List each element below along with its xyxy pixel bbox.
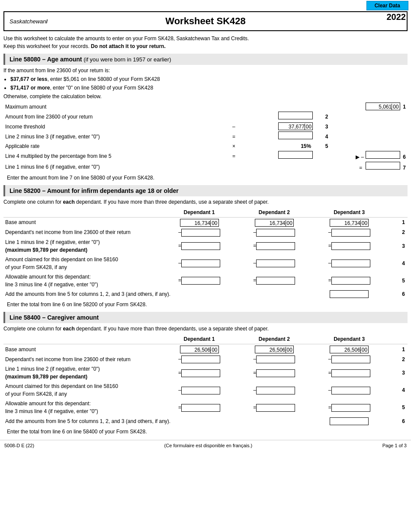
table-row: Amount from line 23600 of your return 2 [3, 111, 408, 122]
58400-row5-label: Allowable amount for this dependant:line… [3, 399, 162, 416]
58400-dep1-r1[interactable]: 26,50600 [180, 346, 219, 353]
58400-total[interactable] [330, 417, 369, 425]
58200-dep3-r4[interactable] [331, 260, 370, 267]
58200-dep3-r1[interactable]: 16,73400 [330, 219, 369, 227]
row2-input[interactable] [278, 112, 313, 119]
table-row: Line 1 minus line 2 (if negative, enter … [3, 237, 408, 255]
dep2-header: Dependant 2 [237, 334, 311, 344]
58400-dep2-r4[interactable] [256, 387, 295, 394]
row6-input[interactable] [278, 151, 313, 159]
58200-dep1-r2[interactable] [181, 229, 220, 237]
table-row: Allowable amount for this dependant:line… [3, 272, 408, 289]
table-row: Amount claimed for this dependant on lin… [3, 381, 408, 399]
line58200-header: Line 58200 – Amount for infirm dependant… [3, 185, 408, 196]
row1-label: Maximum amount [3, 102, 226, 111]
line58200-desc: Complete one column for each dependant. … [3, 198, 408, 206]
form-code: 5008-D E (22) [4, 443, 34, 448]
line58400-desc: Complete one column for each dependant. … [3, 325, 408, 333]
dep2-header: Dependant 2 [237, 208, 311, 218]
58200-row1-label: Base amount [3, 218, 162, 228]
58400-dep3-r5[interactable] [331, 404, 370, 412]
row6-result[interactable] [366, 151, 400, 159]
58400-dep2-r2[interactable] [256, 356, 295, 363]
58400-dep3-r4[interactable] [331, 387, 370, 394]
row2-label: Amount from line 23600 of your return [3, 111, 226, 122]
line58400-footer: Enter the total from line 6 on line 5840… [7, 428, 404, 436]
58400-dep2-r5[interactable] [256, 404, 295, 412]
row3-label: Income threshold [3, 122, 226, 131]
58200-dep3-r3[interactable] [331, 242, 370, 250]
dep-header-row: Dependant 1 Dependant 2 Dependant 3 [3, 208, 408, 218]
58200-dep1-r5[interactable] [181, 277, 220, 285]
58400-dep1-r2[interactable] [181, 356, 220, 363]
table-row: Amount claimed for this dependant on lin… [3, 255, 408, 272]
58400-row3-label: Line 1 minus line 2 (if negative, enter … [3, 364, 162, 381]
58200-dep1-r4[interactable] [181, 260, 220, 267]
line58200-table: Dependant 1 Dependant 2 Dependant 3 Base… [3, 208, 408, 299]
58200-dep3-r2[interactable] [331, 229, 370, 237]
58200-dep1-r1[interactable]: 16,73400 [180, 219, 219, 227]
sk-logo: Saskatchewan/ [10, 18, 48, 25]
58400-dep1-r3[interactable] [181, 369, 220, 377]
58200-total[interactable] [330, 290, 369, 298]
58400-row4-label: Amount claimed for this dependant on lin… [3, 381, 162, 399]
row4-label: Line 2 minus line 3 (if negative, enter … [3, 131, 226, 142]
clear-data-button[interactable]: Clear Data [366, 1, 408, 10]
line58080-header: Line 58080 – Age amount (if you were bor… [3, 54, 408, 65]
58200-dep2-r1[interactable]: 16,73400 [255, 219, 294, 227]
58400-dep3-r2[interactable] [331, 356, 370, 363]
row6-arrow: ▶ – [356, 154, 364, 160]
french-notice: (Ce formulaire est disponible en françai… [164, 443, 253, 448]
table-row: Dependant's net income from line 23600 o… [3, 354, 408, 364]
row4-input[interactable] [278, 131, 313, 139]
table-row: Maximum amount 5,06100 1 [3, 102, 408, 111]
dep3-header: Dependant 3 [312, 208, 387, 218]
58200-row3-label: Line 1 minus line 2 (if negative, enter … [3, 237, 162, 255]
dep-header-label [3, 208, 162, 218]
row3-value[interactable]: 37,67700 [278, 122, 313, 130]
line58400-table: Dependant 1 Dependant 2 Dependant 3 Base… [3, 334, 408, 426]
row7-result[interactable] [366, 162, 400, 170]
table-row: Line 2 minus line 3 (if negative, enter … [3, 131, 408, 142]
table-row: Line 1 minus line 2 (if negative, enter … [3, 364, 408, 381]
58400-dep3-r3[interactable] [331, 369, 370, 377]
row5-label: Applicable rate [3, 142, 226, 151]
58200-dep2-r3[interactable] [256, 242, 295, 250]
dep-header-label [3, 334, 162, 344]
58400-dep1-r4[interactable] [181, 387, 220, 394]
58200-dep3-r5[interactable] [331, 277, 370, 285]
worksheet-title: Worksheet SK428 [165, 16, 245, 27]
58200-row6-label: Add the amounts from line 5 for columns … [3, 289, 312, 299]
line58200-body: Complete one column for each dependant. … [3, 198, 408, 308]
line58080-footer: Enter the amount from line 7 on line 580… [7, 174, 404, 182]
page-footer: 5008-D E (22) (Ce formulaire est disponi… [0, 440, 411, 450]
top-bar: Clear Data [0, 0, 411, 11]
58200-row4-label: Amount claimed for this dependant on lin… [3, 255, 162, 272]
58200-dep1-r3[interactable] [181, 242, 220, 250]
58400-row6-label: Add the amounts from line 5 for columns … [3, 416, 312, 426]
table-row: Line 4 multiplied by the percentage from… [3, 151, 408, 161]
58200-row5-label: Allowable amount for this dependant:line… [3, 272, 162, 289]
row1-value[interactable]: 5,06100 [366, 103, 400, 110]
dep1-header: Dependant 1 [162, 208, 237, 218]
line58400-body: Complete one column for each dependant. … [3, 325, 408, 435]
58400-dep2-r1[interactable]: 26,50600 [255, 346, 294, 353]
58400-dep3-r1[interactable]: 26,50600 [330, 346, 369, 353]
table-row: Dependant's net income from line 23600 o… [3, 228, 408, 237]
dep-header-row: Dependant 1 Dependant 2 Dependant 3 [3, 334, 408, 344]
dep1-header: Dependant 1 [162, 334, 237, 344]
58200-dep2-r5[interactable] [256, 277, 295, 285]
line58200-footer: Enter the total from line 6 on line 5820… [7, 301, 404, 308]
page-number: Page 1 of 3 [382, 443, 407, 448]
header-section: Saskatchewan/ Worksheet SK428 [3, 11, 408, 31]
58200-dep2-r2[interactable] [256, 229, 295, 237]
58200-row2-label: Dependant's net income from line 23600 o… [3, 228, 162, 237]
intro-line2: Keep this worksheet for your records. Do… [3, 42, 408, 50]
58400-dep1-r5[interactable] [181, 404, 220, 412]
dep3-header: Dependant 3 [312, 334, 387, 344]
line58080-otherwise: Otherwise, complete the calculation belo… [3, 93, 408, 100]
table-row: Add the amounts from line 5 for columns … [3, 416, 408, 426]
58400-dep2-r3[interactable] [256, 369, 295, 377]
58200-dep2-r4[interactable] [256, 260, 295, 267]
table-row: Line 1 minus line 6 (if negative, enter … [3, 161, 408, 172]
